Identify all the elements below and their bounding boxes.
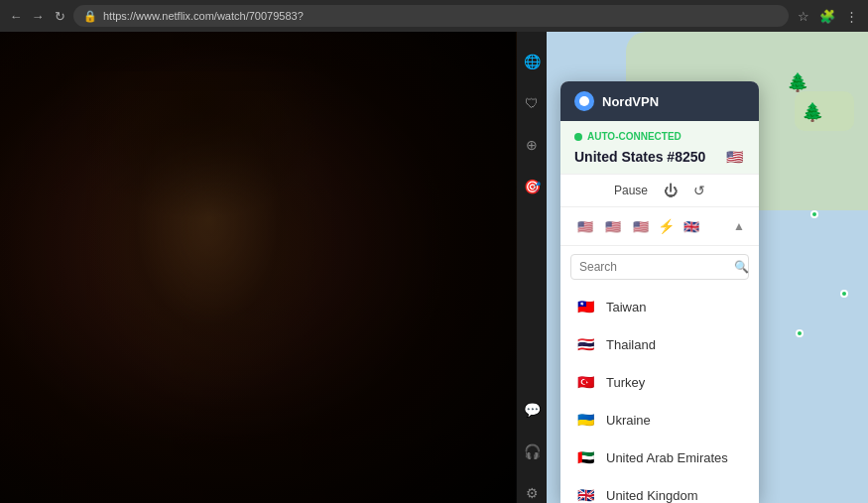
- country-name: Taiwan: [606, 300, 646, 314]
- address-bar[interactable]: 🔒 https://www.netflix.com/watch/70079583…: [73, 5, 789, 27]
- country-list-item[interactable]: 🇬🇧United Kingdom: [560, 476, 759, 503]
- nordvpn-sidebar: 🌐 🛡 ⊕ 🎯 💬 🎧 ⚙: [517, 32, 547, 503]
- quick-server-gb[interactable]: 🇬🇧: [681, 215, 702, 237]
- nav-icons: ← → ↻: [8, 8, 67, 24]
- power-button[interactable]: ⏻: [664, 183, 678, 198]
- nordvpn-panel: NordVPN AUTO-CONNECTED United States #82…: [560, 81, 759, 503]
- server-flag: 🇺🇸: [723, 146, 745, 168]
- quick-server-us-1[interactable]: 🇺🇸: [574, 215, 596, 237]
- quick-server-us-3[interactable]: 🇺🇸: [630, 215, 652, 237]
- back-button[interactable]: ←: [8, 8, 24, 24]
- globe-icon[interactable]: 🌐: [522, 52, 542, 71]
- browser-actions: ☆ 🧩 ⋮: [795, 7, 860, 25]
- map-location-dot: [810, 210, 818, 218]
- extensions-icon[interactable]: 🧩: [818, 7, 836, 25]
- url-text: https://www.netflix.com/watch/70079583?: [103, 10, 304, 22]
- country-flag: 🇺🇦: [574, 409, 596, 431]
- forward-button[interactable]: →: [30, 8, 46, 24]
- lightning-icon[interactable]: ⚡: [658, 218, 675, 234]
- pause-button[interactable]: Pause: [614, 184, 648, 197]
- search-icon: 🔍: [734, 260, 749, 274]
- shield-icon[interactable]: 🛡: [522, 93, 542, 113]
- country-name: Thailand: [606, 337, 656, 352]
- country-list-item[interactable]: 🇹🇼Taiwan: [560, 288, 759, 325]
- node-icon[interactable]: ⊕: [522, 135, 542, 155]
- country-list: 🇹🇼Taiwan🇹🇭Thailand🇹🇷Turkey🇺🇦Ukraine🇦🇪Uni…: [560, 288, 759, 503]
- connection-dot: [574, 133, 582, 141]
- browser-chrome: ← → ↻ 🔒 https://www.netflix.com/watch/70…: [0, 0, 868, 32]
- main-area: 🌐 🛡 ⊕ 🎯 💬 🎧 ⚙ 🌲 🌲 NordVPN: [0, 32, 868, 503]
- country-name: United Kingdom: [606, 488, 698, 503]
- menu-icon[interactable]: ⋮: [842, 7, 860, 25]
- country-flag: 🇹🇼: [574, 296, 596, 317]
- server-name: United States #8250: [574, 149, 705, 165]
- country-flag: 🇹🇭: [574, 333, 596, 355]
- country-list-item[interactable]: 🇺🇦Ukraine: [560, 401, 759, 439]
- bookmark-icon[interactable]: ☆: [795, 7, 812, 25]
- refresh-button[interactable]: ↻: [52, 8, 67, 24]
- country-flag: 🇹🇷: [574, 371, 596, 393]
- nordvpn-logo: [574, 91, 594, 111]
- map-location-dot: [840, 290, 848, 298]
- country-list-item[interactable]: 🇹🇷Turkey: [560, 363, 759, 401]
- country-name: Ukraine: [606, 413, 651, 428]
- map-active-dot: [796, 329, 804, 337]
- connected-bar: AUTO-CONNECTED United States #8250 🇺🇸: [560, 121, 759, 175]
- panel-title: NordVPN: [602, 94, 659, 109]
- connection-info: United States #8250 🇺🇸: [574, 146, 745, 168]
- country-list-item[interactable]: 🇦🇪United Arab Emirates: [560, 439, 759, 476]
- target-icon[interactable]: 🎯: [522, 177, 542, 196]
- quick-server-us-2[interactable]: 🇺🇸: [602, 215, 624, 237]
- chat-icon[interactable]: 💬: [522, 400, 542, 420]
- country-flag: 🇦🇪: [574, 446, 596, 468]
- search-bar[interactable]: 🔍: [570, 254, 749, 280]
- tree-icon: 🌲: [787, 71, 808, 93]
- quick-servers-row: 🇺🇸 🇺🇸 🇺🇸 ⚡ 🇬🇧 ▲: [560, 207, 759, 246]
- country-name: United Arab Emirates: [606, 450, 728, 465]
- chevron-up-icon[interactable]: ▲: [733, 219, 745, 233]
- headset-icon[interactable]: 🎧: [522, 441, 542, 461]
- country-list-item[interactable]: 🇹🇭Thailand: [560, 325, 759, 363]
- controls-row: Pause ⏻ ↺: [560, 175, 759, 207]
- reconnect-button[interactable]: ↺: [693, 183, 705, 198]
- tree-icon: 🌲: [802, 101, 823, 123]
- auto-connected-label: AUTO-CONNECTED: [587, 131, 682, 142]
- auto-connected-status: AUTO-CONNECTED: [574, 131, 745, 142]
- panel-header: NordVPN: [560, 81, 759, 121]
- settings-icon[interactable]: ⚙: [522, 483, 542, 503]
- search-input[interactable]: [579, 260, 728, 274]
- country-flag: 🇬🇧: [574, 484, 596, 503]
- country-name: Turkey: [606, 375, 645, 390]
